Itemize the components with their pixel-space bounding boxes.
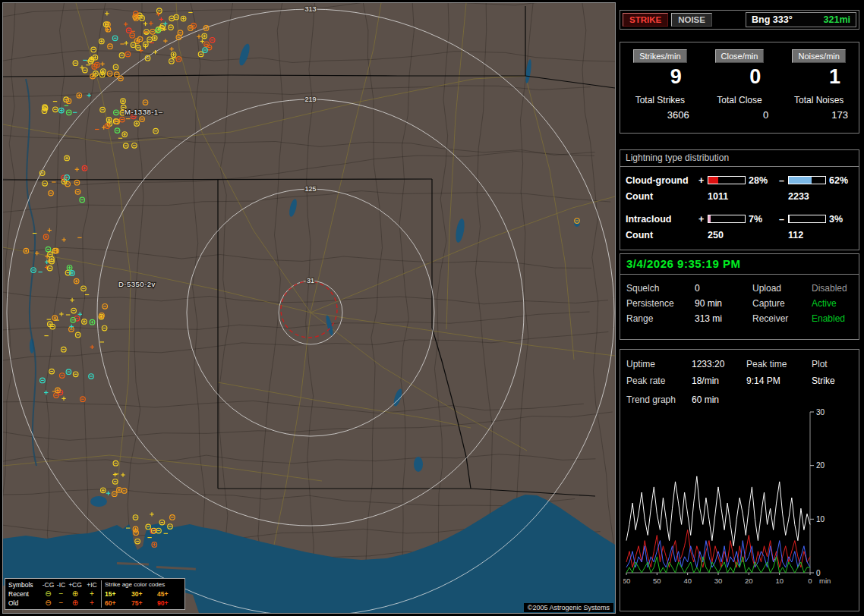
legend-col-cg-plus: +CG [68, 580, 83, 589]
ic-minus-old-icon: − [55, 599, 68, 608]
cg-plus-count: 1011 [708, 191, 749, 202]
strikes-column: Strikes/min 9 Total Strikes 3606 [620, 49, 700, 133]
age-code-30: 30+ [128, 589, 154, 599]
noises-column: Noises/min 1 Total Noises 173 [779, 49, 859, 133]
svg-text:D-5350-2v: D-5350-2v [118, 280, 156, 288]
legend-col-ic-minus: -IC [55, 580, 68, 589]
ic-plus-old-icon: + [83, 599, 101, 608]
age-code-15: 15+ [101, 589, 128, 599]
total-close-label: Total Close [700, 95, 780, 105]
cg-minus-count: 2233 [788, 191, 829, 202]
cg-plus-bar [708, 176, 746, 184]
age-code-75: 75+ [128, 599, 154, 608]
close-column: Close/min 0 Total Close 0 [700, 49, 780, 133]
close-per-min-label: Close/min [715, 49, 765, 63]
intracloud-row: Intracloud + 7% – 3% [626, 211, 853, 227]
receiver-label: Receiver [752, 313, 812, 324]
bearing-range-value: 321mi [824, 14, 850, 25]
svg-text:20: 20 [745, 577, 753, 585]
squelch-value: 0 [695, 283, 752, 294]
svg-text:313: 313 [304, 5, 316, 13]
svg-text:60: 60 [623, 577, 630, 585]
datetime-value: 3/4/2026 9:35:19 PM [626, 257, 740, 270]
svg-text:125: 125 [304, 185, 316, 193]
settings-row-squelch: Squelch 0 Upload Disabled [626, 281, 853, 296]
ic-minus-pct: 3% [829, 214, 855, 225]
status-row-1: Uptime 1233:20 Peak time Plot [626, 356, 853, 372]
peak-rate-value: 18/min [692, 376, 746, 386]
svg-text:10: 10 [775, 577, 784, 585]
cg-plus-pct: 28% [749, 175, 779, 186]
datetime-display: 3/4/2026 9:35:19 PM [620, 254, 859, 275]
cg-plus-old-icon: ⊕ [68, 599, 83, 608]
noises-per-min-label: Noises/min [792, 49, 845, 63]
upload-label: Upload [752, 283, 812, 294]
peak-time-label: Peak time [746, 359, 812, 369]
map-canvas: 31321912531M-1338-1–D-5350-2v [3, 3, 615, 613]
svg-text:10: 10 [816, 515, 825, 523]
status-trend-box: Uptime 1233:20 Peak time Plot Peak rate … [620, 349, 859, 611]
cg-plus-recent-icon: ⊕ [68, 589, 83, 599]
strike-legend: Symbols -CG -IC +CG +IC Strike age color… [5, 578, 185, 610]
uptime-value: 1233:20 [692, 359, 746, 369]
svg-text:M-1338-1–: M-1338-1– [125, 108, 163, 116]
persistence-value: 90 min [695, 298, 752, 309]
trend-graph-window: 60 min [692, 394, 853, 405]
ic-plus-sign: + [698, 214, 708, 225]
squelch-label: Squelch [626, 283, 695, 294]
svg-text:0: 0 [816, 569, 821, 577]
svg-text:0: 0 [808, 577, 812, 585]
lightning-distribution-box: Lightning type distribution Cloud-ground… [620, 149, 859, 250]
svg-text:40: 40 [683, 577, 692, 585]
noise-alarm-button[interactable]: NOISE [671, 13, 712, 27]
svg-text:50: 50 [653, 577, 661, 585]
noises-per-min-value: 1 [779, 65, 859, 93]
bearing-display: Bng 333° 321mi [746, 12, 856, 27]
capture-status: Active [812, 298, 853, 309]
trend-graph-label: Trend graph [626, 394, 692, 405]
ic-minus-bar [788, 215, 826, 223]
cloud-ground-count-row: Count 1011 2233 [626, 188, 853, 204]
copyright-text: ©2005 Astrogenic Systems [524, 603, 613, 612]
ic-minus-count: 112 [788, 230, 829, 240]
trend-graph: 30201006050403020100min [623, 407, 856, 600]
cg-minus-recent-icon: ⊖ [42, 589, 55, 599]
datetime-settings-box: 3/4/2026 9:35:19 PM Squelch 0 Upload Dis… [620, 253, 859, 340]
cg-minus-old-icon: ⊖ [42, 599, 55, 608]
age-code-90: 90+ [154, 599, 181, 608]
legend-col-ic-plus: +IC [83, 580, 101, 589]
intracloud-count-row: Count 250 112 [626, 227, 853, 243]
rates-box: Strikes/min 9 Total Strikes 3606 Close/m… [620, 42, 859, 134]
lightning-map: 31321912531M-1338-1–D-5350-2v Symbols -C… [2, 2, 616, 614]
legend-symbols-header: Symbols [8, 580, 42, 589]
plot-label: Plot [812, 359, 853, 369]
settings-table: Squelch 0 Upload Disabled Persistence 90… [620, 275, 859, 326]
peak-rate-label: Peak rate [626, 376, 692, 386]
total-strikes-label: Total Strikes [620, 95, 700, 105]
total-noises-label: Total Noises [779, 95, 859, 105]
age-code-60: 60+ [101, 599, 128, 608]
legend-col-cg-minus: -CG [42, 580, 55, 589]
persistence-label: Persistence [626, 298, 695, 309]
close-per-min-value: 0 [700, 65, 780, 93]
cloud-ground-label: Cloud-ground [626, 175, 698, 186]
alarm-header-box: STRIKE NOISE Bng 333° 321mi [620, 10, 859, 30]
distribution-title: Lightning type distribution [620, 150, 859, 167]
cg-plus-sign: + [698, 175, 708, 186]
cg-minus-sign: – [779, 175, 788, 186]
upload-status: Disabled [812, 283, 853, 294]
strikes-per-min-label: Strikes/min [633, 49, 686, 63]
plot-value: Strike [812, 376, 853, 386]
range-value: 313 mi [695, 313, 752, 324]
cloud-ground-row: Cloud-ground + 28% – 62% [626, 172, 853, 188]
svg-text:219: 219 [304, 96, 316, 103]
total-strikes-value: 3606 [620, 109, 700, 121]
ic-plus-recent-icon: + [83, 589, 101, 599]
strike-alarm-button[interactable]: STRIKE [623, 13, 668, 27]
bearing-value: Bng 333° [752, 14, 793, 25]
svg-text:30: 30 [816, 408, 825, 416]
svg-text:30: 30 [714, 577, 723, 585]
svg-text:20: 20 [816, 461, 825, 470]
legend-row-recent-label: Recent [8, 589, 42, 599]
cg-count-label: Count [626, 191, 698, 202]
